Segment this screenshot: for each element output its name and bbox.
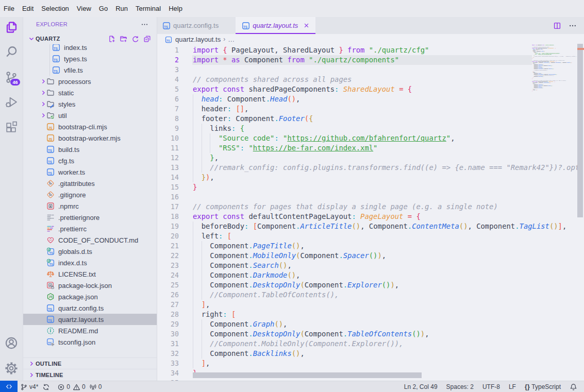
tree-item-label: vfile.ts <box>64 66 83 74</box>
new-file-icon[interactable] <box>108 35 115 43</box>
tree-item-.prettierignore[interactable]: .prettierignore <box>23 212 157 223</box>
activitybar-source-control[interactable]: 46 <box>0 65 23 90</box>
breadcrumb-symbol[interactable]: … <box>228 36 235 43</box>
code-line-9: links: { <box>193 124 582 133</box>
tree-item-cfg.ts[interactable]: TScfg.ts <box>23 155 157 166</box>
horizontal-scrollbar[interactable] <box>193 372 422 378</box>
tree-item-bootstrap-worker.mjs[interactable]: JSbootstrap-worker.mjs <box>23 132 157 144</box>
tree-item-package.json[interactable]: JSpackage.json <box>23 291 157 302</box>
menu-run[interactable]: Run <box>112 0 132 17</box>
tree-item-label: globals.d.ts <box>58 248 92 255</box>
status-git-branch[interactable]: v4* <box>20 383 38 391</box>
close-icon[interactable] <box>302 22 310 30</box>
activitybar-run-debug[interactable] <box>0 90 23 114</box>
tree-item-quartz.layout.ts[interactable]: TSquartz.layout.ts <box>23 314 157 325</box>
section-header-timeline[interactable]: TIMELINE <box>23 369 157 380</box>
status-notifications[interactable] <box>570 383 577 391</box>
tree-item-package-lock.json[interactable]: package-lock.json <box>23 280 157 291</box>
section-label: OUTLINE <box>36 361 61 367</box>
tree-item-.prettierrc[interactable]: .prettierrc <box>23 223 157 234</box>
sidebar-more-actions-icon[interactable] <box>141 21 148 28</box>
tab-label: quartz.layout.ts <box>253 22 298 29</box>
tree-item-label: quartz.layout.ts <box>58 316 104 323</box>
git-file-icon <box>46 191 55 199</box>
tree-item-build.ts[interactable]: TSbuild.ts <box>23 144 157 155</box>
line-number: 24 <box>157 270 179 280</box>
tree-item-label: quartz.config.ts <box>58 304 104 312</box>
tree-item-CODE_OF_CONDUCT.md[interactable]: CODE_OF_CONDUCT.md <box>23 234 157 246</box>
menu-terminal[interactable]: Terminal <box>132 0 165 17</box>
tree-item-vfile.ts[interactable]: TSvfile.ts <box>23 64 157 76</box>
heart-file-icon <box>46 236 55 244</box>
menu-help[interactable]: Help <box>165 0 187 17</box>
code-line-13: //remark_config: config.plugins.transfor… <box>193 163 582 173</box>
line-number: 4 <box>157 75 179 84</box>
collapse-all-icon[interactable] <box>143 35 151 43</box>
remote-indicator[interactable] <box>0 381 18 392</box>
tree-item-label: types.ts <box>64 55 87 63</box>
code-line-4: // components shared across all pages <box>193 75 582 84</box>
tree-item-tsconfig.json[interactable]: TStsconfig.json <box>23 336 157 348</box>
status-label: 0 <box>98 383 102 390</box>
breadcrumb[interactable]: TS quartz.layout.ts › … <box>157 34 584 44</box>
tree-item-.gitignore[interactable]: .gitignore <box>23 189 157 200</box>
tree-item-util[interactable]: util <box>23 110 157 121</box>
tree-item-bootstrap-cli.mjs[interactable]: JSbootstrap-cli.mjs <box>23 121 157 132</box>
activitybar-accounts[interactable] <box>0 331 23 355</box>
status-language-mode[interactable]: {}TypeScript <box>525 383 561 390</box>
status-errors[interactable]: 0 <box>57 383 70 391</box>
code-line-26: //Component.TableOfContents(), <box>193 290 582 300</box>
vertical-scrollbar[interactable] <box>577 44 583 217</box>
tree-item-.gitattributes[interactable]: .gitattributes <box>23 178 157 189</box>
code-line-14: }), <box>193 173 582 182</box>
status-warnings[interactable]: 0 <box>73 383 86 391</box>
menu-selection[interactable]: Selection <box>38 0 73 17</box>
error-icon <box>57 383 65 391</box>
status-encoding[interactable]: UTF-8 <box>482 383 500 390</box>
tree-item-label: static <box>58 89 74 97</box>
tab-bar: TS quartz.config.tsTS quartz.layout.ts <box>157 17 584 34</box>
minimap[interactable]: import { PageLayout, SharedLayout } from… <box>532 44 577 198</box>
activitybar-explorer[interactable] <box>0 15 23 40</box>
tree-item-static[interactable]: static <box>23 87 157 98</box>
tree-item-README.md[interactable]: README.md <box>23 325 157 336</box>
section-header-quartz[interactable]: QUARTZ <box>23 33 157 44</box>
tree-item-worker.ts[interactable]: TSworker.ts <box>23 166 157 178</box>
code-editor[interactable]: 1234567891011121314151617181920212223242… <box>157 44 582 381</box>
breadcrumb-file[interactable]: quartz.layout.ts <box>175 36 221 43</box>
info-file-icon <box>46 327 55 335</box>
tree-item-globals.d.ts[interactable]: TSdglobals.d.ts <box>23 246 157 257</box>
status-ports[interactable]: 0 <box>89 383 102 391</box>
tree-item-styles[interactable]: styles <box>23 98 157 110</box>
svg-text:TS: TS <box>54 58 58 62</box>
status-eol[interactable]: LF <box>509 383 516 390</box>
tree-item-index.d.ts[interactable]: TSdindex.d.ts <box>23 257 157 268</box>
editor-more-actions-icon[interactable] <box>569 22 577 30</box>
tree-item-label: package.json <box>58 293 98 301</box>
tree-item-quartz.config.ts[interactable]: TSquartz.config.ts <box>23 302 157 314</box>
indent-guide <box>202 124 202 173</box>
line-number: 21 <box>157 241 179 251</box>
code-line-10: "Source code": "https://github.com/bfahr… <box>193 133 582 143</box>
tab-quartz.layout.ts[interactable]: TS quartz.layout.ts <box>236 17 315 34</box>
menu-view[interactable]: View <box>73 0 95 17</box>
status-indentation[interactable]: Spaces: 2 <box>446 383 474 390</box>
tree-item-.npmrc[interactable]: .npmrc <box>23 200 157 212</box>
status-sync[interactable] <box>42 383 50 391</box>
menu-go[interactable]: Go <box>95 0 111 17</box>
activitybar-search[interactable] <box>0 40 23 64</box>
activitybar-extensions[interactable] <box>0 115 23 140</box>
section-header-outline[interactable]: OUTLINE <box>23 357 157 369</box>
status-cursor-position[interactable]: Ln 2, Col 49 <box>404 383 438 390</box>
code-line-33: ], <box>193 359 582 368</box>
tab-quartz.config.ts[interactable]: TS quartz.config.ts <box>157 17 236 34</box>
new-folder-icon[interactable] <box>120 35 127 43</box>
activitybar-settings[interactable] <box>0 356 23 381</box>
tree-item-processors[interactable]: processors <box>23 76 157 87</box>
tree-item-types.ts[interactable]: TStypes.ts <box>23 53 157 64</box>
tree-item-LICENSE.txt[interactable]: LICENSE.txt <box>23 268 157 280</box>
code-line-17: // components for pages that display a s… <box>193 202 582 212</box>
status-bar: v4* 00 0Ln 2, Col 49Spaces: 2UTF-8LF{}Ty… <box>0 381 584 392</box>
refresh-icon[interactable] <box>131 35 139 43</box>
split-editor-icon[interactable] <box>553 22 561 30</box>
